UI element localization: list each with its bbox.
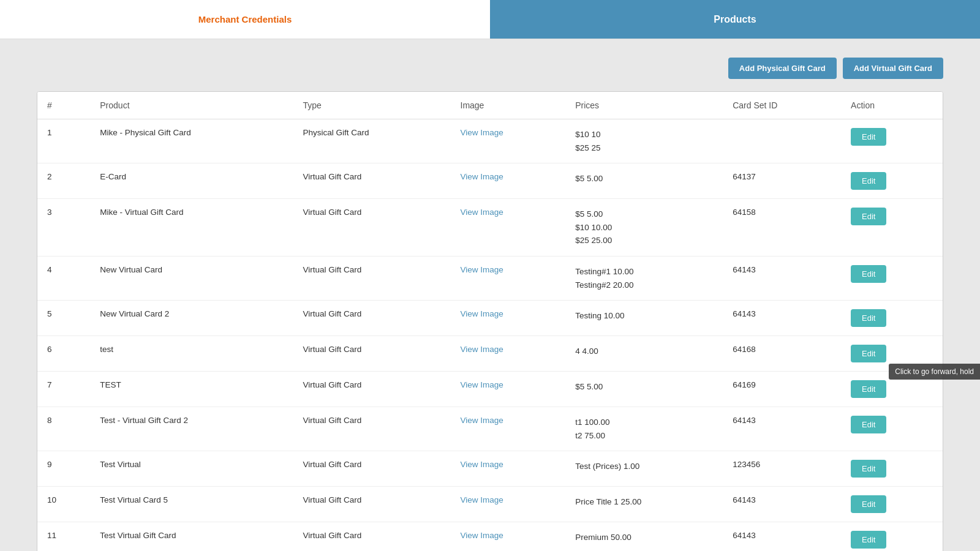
cell-image[interactable]: View Image (451, 372, 566, 407)
products-table: # Product Type Image Prices Card Set ID … (37, 92, 943, 551)
cell-card-set-id: 123456 (723, 451, 841, 487)
cell-action[interactable]: Edit (841, 487, 943, 522)
cell-card-set-id: 64143 (723, 522, 841, 551)
cell-image[interactable]: View Image (451, 336, 566, 372)
view-image-link[interactable]: View Image (461, 309, 503, 318)
edit-button[interactable]: Edit (851, 416, 886, 433)
cell-action[interactable]: Edit (841, 522, 943, 551)
add-virtual-gift-card-button[interactable]: Add Virtual Gift Card (843, 58, 943, 79)
cell-prices: Premium 50.00 (565, 522, 723, 551)
cell-action[interactable]: Edit (841, 119, 943, 163)
main-content: Add Physical Gift Card Add Virtual Gift … (0, 39, 980, 551)
cell-product: TEST (90, 372, 293, 407)
table-row: 7TESTVirtual Gift CardView Image$5 5.006… (37, 372, 943, 407)
cell-prices: Test (Prices) 1.00 (565, 451, 723, 487)
col-header-product: Product (90, 92, 293, 119)
col-header-card-set-id: Card Set ID (723, 92, 841, 119)
cell-prices: t1 100.00t2 75.00 (565, 407, 723, 451)
cell-card-set-id: 64143 (723, 407, 841, 451)
top-navigation: Merchant Credentials Products (0, 0, 980, 39)
cell-type: Virtual Gift Card (293, 451, 451, 487)
cell-num: 1 (37, 119, 90, 163)
cell-action[interactable]: Edit (841, 407, 943, 451)
edit-button[interactable]: Edit (851, 172, 886, 190)
view-image-link[interactable]: View Image (461, 128, 503, 137)
col-header-action: Action (841, 92, 943, 119)
cell-card-set-id: 64143 (723, 301, 841, 336)
cell-num: 8 (37, 407, 90, 451)
add-physical-gift-card-button[interactable]: Add Physical Gift Card (728, 58, 837, 79)
edit-button[interactable]: Edit (851, 380, 886, 398)
table-row: 5New Virtual Card 2Virtual Gift CardView… (37, 301, 943, 336)
cell-type: Virtual Gift Card (293, 163, 451, 199)
cell-num: 9 (37, 451, 90, 487)
edit-button[interactable]: Edit (851, 345, 886, 362)
cell-prices: Testing 10.00 (565, 301, 723, 336)
cell-action[interactable]: Edit (841, 336, 943, 372)
col-header-image: Image (451, 92, 566, 119)
cell-image[interactable]: View Image (451, 451, 566, 487)
edit-button[interactable]: Edit (851, 495, 886, 513)
cell-image[interactable]: View Image (451, 407, 566, 451)
view-image-link[interactable]: View Image (461, 416, 503, 425)
merchant-credentials-tab[interactable]: Merchant Credentials (0, 0, 490, 39)
view-image-link[interactable]: View Image (461, 208, 503, 217)
cell-prices: Price Title 1 25.00 (565, 487, 723, 522)
cell-image[interactable]: View Image (451, 301, 566, 336)
cell-action[interactable]: Edit (841, 451, 943, 487)
view-image-link[interactable]: View Image (461, 460, 503, 469)
cell-action[interactable]: Edit (841, 301, 943, 336)
cell-image[interactable]: View Image (451, 163, 566, 199)
cell-prices: $5 5.00$10 10.00$25 25.00 (565, 199, 723, 257)
edit-button[interactable]: Edit (851, 531, 886, 549)
edit-button[interactable]: Edit (851, 128, 886, 146)
col-header-num: # (37, 92, 90, 119)
merchant-credentials-link[interactable]: Merchant Credentials (198, 14, 292, 24)
cell-product: Mike - Physical Gift Card (90, 119, 293, 163)
cell-card-set-id (723, 119, 841, 163)
edit-button[interactable]: Edit (851, 460, 886, 478)
view-image-link[interactable]: View Image (461, 172, 503, 181)
cell-type: Virtual Gift Card (293, 522, 451, 551)
edit-button[interactable]: Edit (851, 265, 886, 283)
table-row: 1Mike - Physical Gift CardPhysical Gift … (37, 119, 943, 163)
cell-image[interactable]: View Image (451, 522, 566, 551)
cell-image[interactable]: View Image (451, 256, 566, 300)
cell-num: 4 (37, 256, 90, 300)
table-row: 6testVirtual Gift CardView Image4 4.0064… (37, 336, 943, 372)
cell-product: Test Virtual Card 5 (90, 487, 293, 522)
cell-card-set-id: 64143 (723, 256, 841, 300)
cell-type: Virtual Gift Card (293, 487, 451, 522)
table-row: 8Test - Virtual Gift Card 2Virtual Gift … (37, 407, 943, 451)
edit-button[interactable]: Edit (851, 208, 886, 225)
cell-num: 10 (37, 487, 90, 522)
cell-product: test (90, 336, 293, 372)
table-header-row: # Product Type Image Prices Card Set ID … (37, 92, 943, 119)
cell-type: Virtual Gift Card (293, 407, 451, 451)
view-image-link[interactable]: View Image (461, 345, 503, 354)
cell-product: Test Virtual Gift Card (90, 522, 293, 551)
cell-image[interactable]: View Image (451, 119, 566, 163)
cell-prices: 4 4.00 (565, 336, 723, 372)
cell-num: 5 (37, 301, 90, 336)
cell-action[interactable]: Edit (841, 199, 943, 257)
products-tab-label: Products (714, 14, 756, 25)
edit-button[interactable]: Edit (851, 309, 886, 327)
table-row: 9Test VirtualVirtual Gift CardView Image… (37, 451, 943, 487)
products-tab[interactable]: Products (490, 0, 980, 39)
cell-image[interactable]: View Image (451, 199, 566, 257)
cell-product: New Virtual Card 2 (90, 301, 293, 336)
view-image-link[interactable]: View Image (461, 495, 503, 504)
cell-action[interactable]: Edit (841, 372, 943, 407)
view-image-link[interactable]: View Image (461, 265, 503, 274)
cell-card-set-id: 64169 (723, 372, 841, 407)
view-image-link[interactable]: View Image (461, 380, 503, 389)
cell-action[interactable]: Edit (841, 163, 943, 199)
view-image-link[interactable]: View Image (461, 531, 503, 540)
table-row: 3Mike - Virtual Gift CardVirtual Gift Ca… (37, 199, 943, 257)
cell-action[interactable]: Edit (841, 256, 943, 300)
cell-num: 3 (37, 199, 90, 257)
cell-image[interactable]: View Image (451, 487, 566, 522)
col-header-prices: Prices (565, 92, 723, 119)
cell-type: Virtual Gift Card (293, 336, 451, 372)
